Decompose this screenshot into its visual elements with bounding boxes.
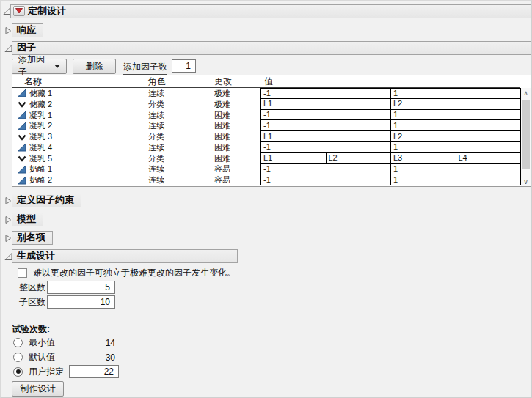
factor-row[interactable]: 储藏 2分类极难L1L2 (12, 99, 531, 110)
hard-to-change-checkbox[interactable] (18, 268, 27, 278)
add-n-factors-value: 1 (186, 61, 191, 71)
factor-role[interactable]: 分类 (143, 131, 209, 142)
runs-option-minimum: 最小值 14 (13, 336, 117, 349)
factor-changes[interactable]: 困难 (209, 120, 260, 131)
runs-minimum-value: 14 (67, 338, 117, 348)
factor-value-cell[interactable]: 1 (390, 142, 521, 153)
runs-radio-user-specified[interactable] (13, 367, 23, 377)
outline-title-custom-design: 定制设计 (28, 4, 66, 18)
scrollbar-thumb[interactable] (522, 100, 530, 169)
factor-value-cell[interactable]: L2 (390, 131, 521, 142)
outline-header-factors[interactable]: 因子 (12, 41, 531, 55)
factor-changes[interactable]: 困难 (209, 131, 260, 142)
make-design-label: 制作设计 (21, 383, 56, 395)
factor-changes[interactable]: 极难 (209, 99, 260, 110)
factor-role[interactable]: 连续 (143, 174, 209, 185)
factor-changes[interactable]: 容易 (209, 174, 260, 185)
red-triangle-menu-button[interactable] (13, 6, 25, 16)
scroll-down-icon[interactable]: ∨ (521, 177, 531, 186)
vertical-scrollbar[interactable]: ∧ ∨ (521, 88, 531, 186)
remove-button[interactable]: 删除 (73, 59, 116, 74)
factor-name: 凝乳 1 (29, 110, 52, 121)
factor-values: -11 (260, 164, 521, 175)
factor-name: 储藏 1 (29, 88, 52, 99)
factor-value-cell[interactable]: L2 (326, 153, 391, 164)
outline-header-design-generation[interactable]: 生成设计 (12, 249, 238, 263)
outline-title-design-generation: 生成设计 (17, 249, 55, 262)
factor-changes[interactable]: 困难 (209, 142, 260, 153)
factor-value-cell[interactable]: -1 (260, 142, 390, 153)
factor-value-cell[interactable]: 1 (390, 164, 521, 175)
factor-changes[interactable]: 困难 (209, 110, 260, 121)
factor-value-cell[interactable]: -1 (260, 110, 390, 121)
factor-row[interactable]: 凝乳 4连续困难-11 (12, 142, 531, 153)
runs-user-specified-input[interactable]: 22 (69, 365, 119, 378)
whole-plots-value: 5 (105, 282, 110, 292)
factor-value-cell[interactable]: L3 (390, 153, 456, 164)
outline-header-constraints[interactable]: 定义因子约束 (12, 194, 81, 207)
outline-title-model: 模型 (17, 213, 36, 226)
outline-title-constraints: 定义因子约束 (17, 194, 74, 207)
remove-label: 删除 (86, 60, 103, 73)
factor-row[interactable]: 奶酪 2连续容易-11 (12, 174, 531, 185)
outline-title-alias: 别名项 (17, 231, 45, 244)
outline-header-responses[interactable]: 响应 (12, 23, 43, 37)
add-n-factors-input[interactable]: 1 (172, 59, 196, 73)
subplots-label: 子区数 (19, 296, 45, 309)
factor-role[interactable]: 连续 (143, 110, 209, 121)
add-n-factors-label: 添加因子数 (123, 61, 167, 75)
runs-default-value: 30 (67, 353, 117, 363)
factor-value-cell[interactable]: 1 (390, 88, 521, 99)
factor-role[interactable]: 分类 (143, 153, 209, 164)
factor-row[interactable]: 凝乳 1连续困难-11 (12, 110, 531, 121)
make-design-button[interactable]: 制作设计 (12, 381, 64, 397)
factor-value-cell[interactable]: L2 (390, 99, 521, 110)
outline-title-factors: 因子 (17, 41, 36, 54)
factor-values: -11 (260, 142, 521, 153)
factor-row[interactable]: 凝乳 3分类困难L1L2 (12, 131, 531, 142)
factor-value-cell[interactable]: 1 (390, 120, 521, 131)
runs-radio-default[interactable] (13, 353, 23, 362)
factor-changes[interactable]: 容易 (209, 164, 260, 175)
factor-value-cell[interactable]: -1 (260, 120, 390, 131)
factor-row[interactable]: 凝乳 2连续困难-11 (12, 120, 531, 131)
factor-value-cell[interactable]: -1 (260, 174, 390, 185)
runs-radio-minimum[interactable] (13, 338, 23, 347)
factor-row[interactable]: 储藏 1连续极难-11 (12, 88, 531, 99)
continuous-icon (18, 122, 27, 130)
factor-row[interactable]: 凝乳 5分类困难L1L2L3L4 (12, 153, 531, 164)
custom-design-window: { "colors": { "continuous_icon": "#4377a… (0, 0, 532, 398)
factor-value-cell[interactable]: 1 (390, 110, 521, 121)
categorical-icon (18, 133, 27, 141)
factor-role[interactable]: 连续 (143, 88, 209, 99)
factor-values: -11 (260, 88, 521, 99)
outline-header-custom-design[interactable]: 定制设计 (10, 4, 531, 18)
factor-value-cell[interactable]: L1 (260, 99, 390, 110)
factor-value-cell[interactable]: L1 (260, 131, 390, 142)
outline-header-model[interactable]: 模型 (12, 213, 43, 226)
factor-value-cell[interactable]: -1 (260, 88, 390, 99)
runs-option-user-specified: 用户指定 22 (13, 365, 119, 378)
outline-header-alias[interactable]: 别名项 (12, 231, 53, 245)
factor-name: 凝乳 4 (29, 142, 52, 153)
factor-role[interactable]: 分类 (143, 99, 209, 110)
whole-plots-label: 整区数 (19, 281, 45, 294)
factor-role[interactable]: 连续 (143, 164, 209, 175)
continuous-icon (18, 89, 27, 97)
add-factor-dropdown-button[interactable]: 添加因子 (12, 59, 67, 74)
factor-value-cell[interactable]: -1 (260, 164, 390, 175)
factor-value-cell[interactable]: L1 (260, 153, 326, 164)
factor-name: 凝乳 5 (29, 153, 52, 164)
factor-changes[interactable]: 极难 (209, 88, 260, 99)
factor-role[interactable]: 连续 (143, 142, 209, 153)
factor-value-cell[interactable]: 1 (390, 174, 521, 185)
scroll-up-icon[interactable]: ∧ (521, 88, 531, 97)
factor-changes[interactable]: 困难 (209, 153, 260, 164)
factor-row[interactable]: 奶酪 1连续容易-11 (12, 164, 531, 175)
factor-role[interactable]: 连续 (143, 120, 209, 131)
whole-plots-row: 整区数 5 (19, 281, 115, 294)
hard-to-change-checkbox-label: 难以更改的因子可独立于极难更改的因子发生变化。 (33, 267, 236, 279)
whole-plots-input[interactable]: 5 (47, 281, 115, 294)
subplots-input[interactable]: 10 (47, 295, 115, 309)
factor-value-cell[interactable]: L4 (456, 153, 522, 164)
